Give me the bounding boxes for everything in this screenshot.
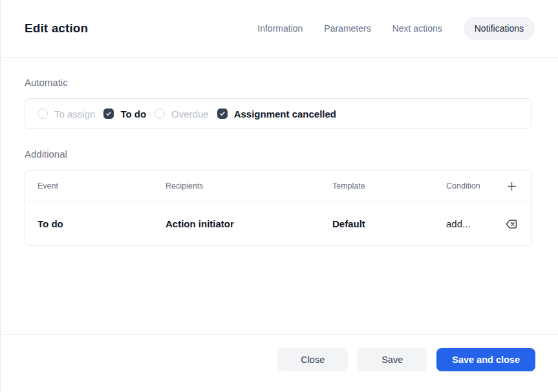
dialog-body: Automatic To assign To do Overdue Assign…: [1, 57, 558, 335]
column-header-event: Event: [25, 181, 166, 191]
tab-notifications[interactable]: Notifications: [464, 17, 535, 40]
additional-notifications-table: Event Recipients Template Condition To d…: [25, 170, 532, 246]
column-header-recipients: Recipients: [166, 181, 332, 191]
automatic-section-label: Automatic: [25, 77, 532, 88]
plus-icon: [506, 180, 518, 192]
tab-bar: Information Parameters Next actions Noti…: [257, 17, 535, 40]
cell-condition-add-link[interactable]: add...: [446, 218, 504, 229]
cell-recipients[interactable]: Action initiator: [166, 218, 332, 229]
tab-information[interactable]: Information: [257, 23, 303, 34]
add-row-button[interactable]: [506, 180, 518, 192]
dialog-header: Edit action Information Parameters Next …: [1, 0, 558, 57]
checkbox-assignment-cancelled[interactable]: Assignment cancelled: [217, 108, 336, 119]
table-header-row: Event Recipients Template Condition: [25, 170, 531, 202]
checkbox-unchecked-icon[interactable]: [38, 108, 48, 119]
close-button[interactable]: Close: [277, 348, 348, 371]
checkbox-label: Assignment cancelled: [234, 108, 336, 119]
page-title: Edit action: [25, 21, 88, 36]
delete-row-button[interactable]: [504, 217, 519, 231]
checkbox-label: Overdue: [171, 108, 209, 119]
backspace-icon: [504, 217, 519, 231]
checkbox-label: To assign: [54, 108, 95, 119]
tab-parameters[interactable]: Parameters: [324, 23, 370, 34]
dialog-footer: Close Save Save and close: [1, 335, 558, 392]
checkbox-checked-icon[interactable]: [217, 108, 228, 119]
tab-next-actions[interactable]: Next actions: [392, 23, 442, 34]
column-header-condition: Condition: [446, 181, 504, 191]
checkbox-to-do[interactable]: To do: [103, 108, 146, 119]
save-button[interactable]: Save: [357, 348, 427, 371]
checkbox-unchecked-icon[interactable]: [155, 108, 165, 119]
checkbox-to-assign[interactable]: To assign: [38, 108, 95, 119]
automatic-checkbox-group: To assign To do Overdue Assignment cance…: [25, 98, 532, 129]
additional-section-label: Additional: [25, 149, 532, 160]
save-and-close-button[interactable]: Save and close: [436, 348, 535, 371]
column-header-template: Template: [332, 181, 446, 191]
table-row: To do Action initiator Default add...: [25, 202, 531, 245]
checkbox-checked-icon[interactable]: [103, 108, 114, 119]
checkbox-label: To do: [120, 108, 146, 119]
cell-event[interactable]: To do: [25, 218, 166, 229]
checkbox-overdue[interactable]: Overdue: [155, 108, 209, 119]
cell-template[interactable]: Default: [332, 218, 446, 229]
